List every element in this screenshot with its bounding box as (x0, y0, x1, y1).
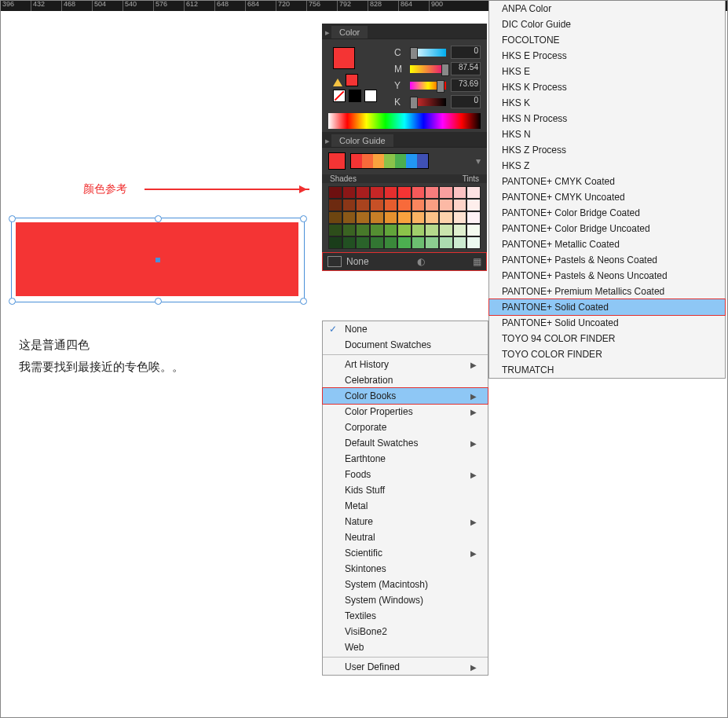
menu-item[interactable]: Color Properties▶ (323, 404, 488, 419)
menu-item[interactable]: VisiBone2 (323, 624, 488, 639)
submenu-item[interactable]: TOYO COLOR FINDER (489, 346, 725, 362)
variation-swatch[interactable] (453, 211, 467, 224)
dropdown-icon[interactable]: ▾ (476, 156, 481, 167)
handle-ne[interactable] (300, 215, 307, 222)
variation-swatch[interactable] (384, 236, 398, 249)
variation-swatch[interactable] (397, 186, 412, 199)
variation-swatch[interactable] (328, 199, 342, 211)
submenu-item[interactable]: HKS Z Process (489, 142, 725, 158)
slider-K[interactable] (410, 98, 446, 106)
submenu-item[interactable]: HKS K Process (489, 79, 725, 95)
menu-item[interactable]: Nature▶ (323, 514, 488, 529)
variation-swatch[interactable] (370, 186, 384, 199)
menu-item[interactable]: ✓None (323, 321, 488, 337)
menu-item[interactable]: Art History▶ (323, 357, 488, 372)
submenu-item[interactable]: HKS E (489, 64, 725, 79)
menu-item[interactable]: Metal (323, 498, 488, 514)
menu-item[interactable]: Web (323, 639, 488, 655)
menu-item[interactable]: Foods▶ (323, 467, 488, 482)
slider-C[interactable] (410, 49, 446, 57)
variation-swatch[interactable] (384, 224, 398, 236)
handle-n[interactable] (155, 215, 162, 222)
submenu-item[interactable]: PANTONE+ CMYK Uncoated (489, 189, 725, 205)
submenu-item[interactable]: ANPA Color (489, 1, 725, 16)
submenu-item[interactable]: HKS E Process (489, 48, 725, 64)
none-swatch[interactable] (333, 90, 346, 102)
variation-swatch[interactable] (397, 199, 412, 211)
variation-swatch[interactable] (384, 199, 398, 211)
submenu-item[interactable]: PANTONE+ Metallic Coated (489, 236, 725, 252)
submenu-item[interactable]: PANTONE+ Pastels & Neons Uncoated (489, 268, 725, 284)
value-K[interactable]: 0 (451, 95, 481, 108)
variation-swatch[interactable] (384, 211, 398, 224)
variation-swatch[interactable] (425, 211, 439, 224)
warning-icon[interactable] (333, 74, 342, 86)
variation-swatch[interactable] (466, 224, 481, 236)
variation-swatch[interactable] (466, 211, 481, 224)
variation-swatch[interactable] (397, 211, 412, 224)
variation-swatch[interactable] (342, 236, 357, 249)
variation-swatch[interactable] (439, 236, 453, 249)
submenu-item[interactable]: PANTONE+ CMYK Coated (489, 174, 725, 189)
variation-swatch[interactable] (356, 224, 370, 236)
handle-se[interactable] (300, 298, 307, 305)
save-group-icon[interactable]: ▦ (473, 256, 481, 267)
variation-swatch[interactable] (397, 224, 412, 236)
submenu-item[interactable]: PANTONE+ Premium Metallics Coated (489, 284, 725, 299)
submenu-item[interactable]: PANTONE+ Solid Uncoated (489, 315, 725, 331)
submenu-item[interactable]: TRUMATCH (489, 362, 725, 378)
color-tab[interactable]: Color (322, 24, 487, 39)
slider-M[interactable] (410, 65, 446, 73)
color-guide-tab[interactable]: Color Guide (322, 132, 487, 148)
variation-swatch[interactable] (425, 236, 439, 249)
spectrum-bar[interactable] (328, 113, 481, 129)
submenu-item[interactable]: HKS K (489, 95, 725, 111)
black-swatch[interactable] (349, 90, 361, 102)
menu-item[interactable]: Celebration (323, 372, 488, 388)
variation-swatch[interactable] (453, 224, 467, 236)
submenu-item[interactable]: PANTONE+ Pastels & Neons Coated (489, 252, 725, 268)
variation-swatch[interactable] (328, 186, 342, 199)
menu-item[interactable]: Corporate (323, 419, 488, 435)
variation-swatch[interactable] (439, 186, 453, 199)
submenu-item[interactable]: TOYO 94 COLOR FINDER (489, 331, 725, 346)
recolor-icon[interactable]: ◐ (417, 256, 425, 267)
variation-swatch[interactable] (439, 224, 453, 236)
variation-swatch[interactable] (439, 199, 453, 211)
menu-item[interactable]: Default Swatches▶ (323, 435, 488, 451)
menu-item[interactable]: Scientific▶ (323, 545, 488, 561)
variation-swatch[interactable] (356, 236, 370, 249)
variation-swatch[interactable] (412, 211, 426, 224)
handle-s[interactable] (155, 298, 162, 305)
value-C[interactable]: 0 (451, 46, 481, 59)
variation-swatch[interactable] (342, 199, 357, 211)
handle-sw[interactable] (9, 298, 16, 305)
menu-item[interactable]: User Defined▶ (323, 659, 488, 675)
variation-swatch[interactable] (328, 224, 342, 236)
variation-swatch[interactable] (370, 224, 384, 236)
white-swatch[interactable] (364, 90, 377, 102)
submenu-item[interactable]: PANTONE+ Color Bridge Uncoated (489, 221, 725, 236)
menu-item[interactable]: System (Macintosh) (323, 577, 488, 592)
submenu-item[interactable]: PANTONE+ Solid Coated (488, 299, 726, 316)
variation-swatch[interactable] (439, 211, 453, 224)
variation-swatch[interactable] (342, 224, 357, 236)
menu-item[interactable]: Color Books▶ (322, 387, 488, 405)
submenu-item[interactable]: HKS Z (489, 158, 725, 174)
variation-swatch[interactable] (328, 236, 342, 249)
center-point[interactable] (155, 258, 160, 262)
handle-nw[interactable] (9, 215, 16, 222)
submenu-item[interactable]: DIC Color Guide (489, 16, 725, 32)
variation-swatch[interactable] (466, 236, 481, 249)
variation-swatch[interactable] (342, 186, 357, 199)
variation-swatch[interactable] (412, 186, 426, 199)
fill-swatch[interactable] (333, 47, 355, 69)
variation-swatch[interactable] (328, 211, 342, 224)
submenu-item[interactable]: FOCOLTONE (489, 32, 725, 48)
submenu-item[interactable]: HKS N Process (489, 111, 725, 126)
menu-item[interactable]: Earthtone (323, 451, 488, 467)
variation-swatch[interactable] (425, 186, 439, 199)
variation-swatch[interactable] (370, 236, 384, 249)
variation-swatch[interactable] (453, 199, 467, 211)
variation-swatch[interactable] (425, 199, 439, 211)
